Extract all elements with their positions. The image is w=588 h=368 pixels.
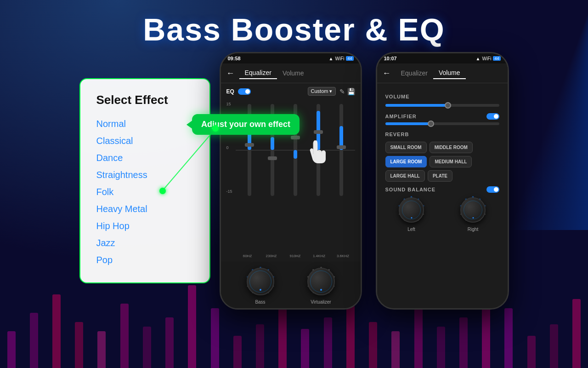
reverb-btn-small-room[interactable]: SMALL ROOM	[385, 142, 427, 153]
eq-toggle[interactable]	[238, 88, 251, 95]
eq-slider-track-3[interactable]	[317, 104, 320, 196]
amplifier-slider-thumb[interactable]	[428, 121, 434, 127]
sound-balance-toggle[interactable]	[486, 186, 499, 193]
freq-labels: 60HZ230HZ910HZ1.4KHZ3.6KHZ	[236, 254, 355, 258]
volume-slider-thumb[interactable]	[445, 102, 451, 109]
amplifier-slider-fill	[385, 122, 431, 125]
knobs-row: Bass	[221, 262, 361, 308]
amplifier-section-header: AMPLIFIER	[385, 113, 499, 120]
freq-label-2: 910HZ	[287, 254, 304, 258]
reverb-btn-large-room[interactable]: LARGE ROOM	[385, 156, 427, 167]
left-phone-header: ← Equalizer Volume	[221, 63, 361, 83]
volume-screen: VOLUME AMPLIFIER	[377, 83, 508, 308]
tab-volume-left[interactable]: Volume	[277, 68, 310, 79]
effect-item-normal[interactable]: Normal	[96, 115, 193, 132]
effect-item-straightness[interactable]: Straightness	[96, 167, 193, 184]
effect-items-list: NormalClassicalDanceStraightnessFolkHeav…	[96, 115, 193, 269]
select-effect-card: Select Effect NormalClassicalDanceStraig…	[79, 78, 210, 283]
eq-label: EQ	[226, 88, 234, 95]
right-balance-label: Right	[468, 227, 478, 232]
scale-15-top: 15	[226, 102, 232, 106]
eq-action-icons: ✎ 💾	[339, 88, 355, 95]
effect-item-dance[interactable]: Dance	[96, 150, 193, 167]
back-button[interactable]: ←	[226, 69, 235, 78]
left-status-bar: 09:58 ▲ WiFi 44	[221, 53, 361, 63]
effect-item-heavy-metal[interactable]: Heavy Metal	[96, 201, 193, 218]
reverb-btn-middle-room[interactable]: MIDDLE ROOM	[430, 142, 473, 153]
tab-equalizer-right[interactable]: Equalizer	[396, 68, 433, 79]
effect-item-pop[interactable]: Pop	[96, 252, 193, 269]
tab-volume-right[interactable]: Volume	[433, 67, 466, 79]
virtualizer-label: Virtualizer	[311, 299, 331, 305]
eq-slider-thumb-4[interactable]	[337, 145, 346, 149]
amplifier-label: AMPLIFIER	[385, 114, 417, 119]
green-dot-card-indicator	[159, 188, 166, 194]
effect-item-folk[interactable]: Folk	[96, 184, 193, 201]
eq-slider-thumb-3[interactable]	[314, 130, 323, 134]
reverb-btn-large-hall[interactable]: LARGE HALL	[385, 170, 425, 182]
eq-toggle-row: EQ Custom ▾ ✎ 💾	[226, 87, 355, 96]
bass-knob-wrapper	[244, 265, 277, 298]
signal-icon: ▲	[329, 56, 334, 61]
save-icon[interactable]: 💾	[347, 88, 355, 95]
right-back-button[interactable]: ←	[383, 69, 391, 78]
freq-label-1: 230HZ	[263, 254, 280, 258]
effect-item-hip-hop[interactable]: Hip Hop	[96, 218, 193, 235]
reverb-buttons: SMALL ROOMMIDDLE ROOMLARGE ROOMMEDIUM HA…	[385, 142, 499, 182]
sound-balance-label: SOUND BALANCE	[385, 187, 436, 192]
edit-icon[interactable]: ✎	[339, 88, 345, 95]
left-balance-knob[interactable]	[399, 197, 424, 223]
preset-dropdown[interactable]: Custom ▾	[308, 87, 336, 96]
green-dot-eq-indicator	[212, 125, 219, 132]
virtualizer-knob[interactable]	[307, 268, 335, 295]
reverb-label: REVERB	[385, 132, 499, 137]
right-wifi-icon: WiFi	[482, 56, 491, 61]
right-status-icons: ▲ WiFi 44	[476, 56, 501, 61]
reverb-btn-medium-hall[interactable]: MEDIUM HALL	[430, 156, 472, 167]
right-phone: 10:07 ▲ WiFi 44 ← Equalizer Volume V	[376, 52, 509, 310]
eq-slider-thumb-1[interactable]	[268, 156, 277, 160]
bass-knob-col: Bass	[244, 265, 277, 305]
effect-item-classical[interactable]: Classical	[96, 132, 193, 150]
freq-label-3: 1.4KHZ	[311, 254, 328, 258]
main-content: Bass Booster & EQ Select Effect NormalCl…	[0, 0, 588, 368]
bass-knob-dot	[260, 289, 261, 291]
scale-0: 0	[226, 145, 232, 150]
left-balance-knob-wrap	[396, 195, 426, 225]
left-phone-screen: 09:58 ▲ WiFi 44 ← Equalizer Volume	[221, 53, 361, 308]
bass-label: Bass	[255, 299, 265, 305]
eq-slider-col-4	[333, 99, 350, 201]
right-balance-knob-wrap	[458, 195, 488, 225]
page-title: Bass Booster & EQ	[143, 12, 445, 47]
right-balance-knob[interactable]	[460, 197, 486, 223]
sound-balance-knobs: Left	[385, 195, 499, 232]
freq-label-4: 3.6KHZ	[335, 254, 351, 258]
battery-icon: 44	[346, 56, 353, 61]
virtualizer-knob-wrapper	[305, 265, 337, 298]
right-status-bar: 10:07 ▲ WiFi 44	[377, 53, 508, 63]
right-phone-header: ← Equalizer Volume	[377, 63, 508, 83]
left-balance-label: Left	[407, 227, 415, 232]
eq-slider-track-4[interactable]	[339, 104, 343, 196]
eq-slider-thumb-0[interactable]	[245, 143, 254, 147]
eq-content: EQ Custom ▾ ✎ 💾	[221, 83, 361, 262]
reverb-btn-plate[interactable]: PLATE	[428, 170, 452, 182]
left-balance-col: Left	[396, 195, 426, 232]
right-status-time: 10:07	[384, 56, 397, 61]
tab-equalizer-left[interactable]: Equalizer	[239, 67, 277, 79]
left-status-icons: ▲ WiFi 44	[329, 56, 354, 61]
volume-slider-track[interactable]	[385, 104, 499, 107]
sound-balance-header: SOUND BALANCE	[385, 186, 499, 193]
amplifier-slider-track[interactable]	[385, 122, 499, 125]
freq-label-0: 60HZ	[239, 254, 256, 258]
left-status-time: 09:58	[228, 56, 241, 61]
eq-slider-thumb-neg-2[interactable]	[291, 136, 300, 139]
amplifier-slider-row	[385, 122, 499, 125]
amplifier-toggle[interactable]	[486, 113, 499, 120]
wifi-icon: WiFi	[335, 56, 344, 61]
callout-box: Adjust your own effect	[192, 114, 300, 135]
eq-slider-fill-1	[271, 137, 274, 150]
bass-knob[interactable]	[247, 268, 274, 295]
effect-item-jazz[interactable]: Jazz	[96, 235, 193, 252]
right-battery-icon: 44	[493, 56, 500, 61]
